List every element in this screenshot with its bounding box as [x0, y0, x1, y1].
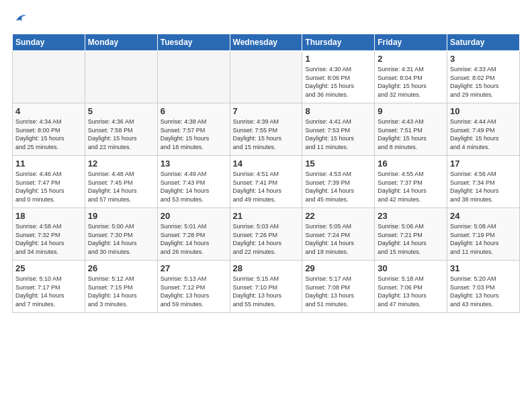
day-number: 3 — [450, 54, 517, 64]
calendar-cell: 7Sunrise: 4:39 AM Sunset: 7:55 PM Daylig… — [230, 103, 302, 156]
day-info: Sunrise: 5:00 AM Sunset: 7:30 PM Dayligh… — [88, 222, 154, 256]
day-number: 20 — [161, 211, 227, 221]
calendar-cell: 4Sunrise: 4:34 AM Sunset: 8:00 PM Daylig… — [13, 103, 85, 156]
day-number: 27 — [161, 263, 227, 273]
day-number: 7 — [233, 106, 300, 116]
calendar-cell: 17Sunrise: 4:56 AM Sunset: 7:34 PM Dayli… — [447, 156, 520, 208]
calendar-cell — [13, 51, 85, 103]
day-number: 6 — [161, 106, 227, 116]
calendar-cell: 27Sunrise: 5:13 AM Sunset: 7:12 PM Dayli… — [157, 261, 230, 313]
day-info: Sunrise: 4:53 AM Sunset: 7:39 PM Dayligh… — [305, 170, 371, 203]
day-number: 16 — [378, 158, 444, 169]
day-number: 19 — [88, 211, 154, 221]
calendar-cell: 1Sunrise: 4:30 AM Sunset: 8:06 PM Daylig… — [302, 51, 375, 103]
day-info: Sunrise: 4:38 AM Sunset: 7:57 PM Dayligh… — [161, 118, 227, 151]
calendar-cell — [85, 51, 157, 103]
calendar-cell: 23Sunrise: 5:06 AM Sunset: 7:21 PM Dayli… — [375, 208, 447, 261]
day-number: 12 — [88, 158, 154, 169]
day-header-wednesday: Wednesday — [230, 34, 302, 51]
calendar-cell: 22Sunrise: 5:05 AM Sunset: 7:24 PM Dayli… — [302, 208, 375, 261]
calendar-cell: 18Sunrise: 4:58 AM Sunset: 7:32 PM Dayli… — [13, 208, 85, 261]
calendar-cell: 30Sunrise: 5:18 AM Sunset: 7:06 PM Dayli… — [375, 261, 447, 313]
calendar-cell: 20Sunrise: 5:01 AM Sunset: 7:28 PM Dayli… — [157, 208, 230, 261]
calendar-cell — [157, 51, 230, 103]
day-info: Sunrise: 4:46 AM Sunset: 7:47 PM Dayligh… — [15, 170, 82, 203]
day-info: Sunrise: 4:30 AM Sunset: 8:06 PM Dayligh… — [305, 65, 371, 99]
logo-bird-icon — [12, 12, 27, 27]
day-info: Sunrise: 5:15 AM Sunset: 7:10 PM Dayligh… — [233, 275, 300, 308]
week-row-1: 1Sunrise: 4:30 AM Sunset: 8:06 PM Daylig… — [13, 51, 520, 103]
calendar-cell: 25Sunrise: 5:10 AM Sunset: 7:17 PM Dayli… — [13, 261, 85, 313]
day-header-saturday: Saturday — [447, 34, 520, 51]
calendar-page: SundayMondayTuesdayWednesdayThursdayFrid… — [0, 0, 532, 320]
day-number: 2 — [378, 54, 444, 64]
day-info: Sunrise: 4:48 AM Sunset: 7:45 PM Dayligh… — [88, 170, 154, 203]
calendar-cell: 10Sunrise: 4:44 AM Sunset: 7:49 PM Dayli… — [447, 103, 520, 156]
day-info: Sunrise: 5:17 AM Sunset: 7:08 PM Dayligh… — [305, 275, 371, 308]
day-info: Sunrise: 4:51 AM Sunset: 7:41 PM Dayligh… — [233, 170, 300, 203]
day-header-friday: Friday — [375, 34, 447, 51]
day-number: 17 — [450, 158, 517, 169]
day-number: 1 — [305, 54, 371, 64]
week-row-5: 25Sunrise: 5:10 AM Sunset: 7:17 PM Dayli… — [13, 261, 520, 313]
day-info: Sunrise: 5:03 AM Sunset: 7:26 PM Dayligh… — [233, 222, 300, 256]
day-header-sunday: Sunday — [13, 34, 85, 51]
calendar-cell: 6Sunrise: 4:38 AM Sunset: 7:57 PM Daylig… — [157, 103, 230, 156]
calendar-cell: 9Sunrise: 4:43 AM Sunset: 7:51 PM Daylig… — [375, 103, 447, 156]
calendar-cell: 29Sunrise: 5:17 AM Sunset: 7:08 PM Dayli… — [302, 261, 375, 313]
day-number: 8 — [305, 106, 371, 116]
header — [12, 12, 520, 27]
day-info: Sunrise: 4:43 AM Sunset: 7:51 PM Dayligh… — [378, 118, 444, 151]
day-number: 21 — [233, 211, 300, 221]
calendar-cell: 21Sunrise: 5:03 AM Sunset: 7:26 PM Dayli… — [230, 208, 302, 261]
day-info: Sunrise: 4:36 AM Sunset: 7:58 PM Dayligh… — [88, 118, 154, 151]
day-info: Sunrise: 5:12 AM Sunset: 7:15 PM Dayligh… — [88, 275, 154, 308]
day-info: Sunrise: 5:18 AM Sunset: 7:06 PM Dayligh… — [378, 275, 444, 308]
day-number: 9 — [378, 106, 444, 116]
day-number: 4 — [15, 106, 82, 116]
day-header-monday: Monday — [85, 34, 157, 51]
week-row-2: 4Sunrise: 4:34 AM Sunset: 8:00 PM Daylig… — [13, 103, 520, 156]
day-info: Sunrise: 5:05 AM Sunset: 7:24 PM Dayligh… — [305, 222, 371, 256]
day-number: 23 — [378, 211, 444, 221]
day-info: Sunrise: 5:10 AM Sunset: 7:17 PM Dayligh… — [15, 275, 82, 308]
day-number: 18 — [15, 211, 82, 221]
logo — [12, 12, 30, 27]
calendar-body: 1Sunrise: 4:30 AM Sunset: 8:06 PM Daylig… — [13, 51, 520, 313]
day-number: 28 — [233, 263, 300, 273]
day-number: 29 — [305, 263, 371, 273]
calendar-cell: 3Sunrise: 4:33 AM Sunset: 8:02 PM Daylig… — [447, 51, 520, 103]
day-info: Sunrise: 4:55 AM Sunset: 7:37 PM Dayligh… — [378, 170, 444, 203]
week-row-4: 18Sunrise: 4:58 AM Sunset: 7:32 PM Dayli… — [13, 208, 520, 261]
day-number: 30 — [378, 263, 444, 273]
calendar-cell: 14Sunrise: 4:51 AM Sunset: 7:41 PM Dayli… — [230, 156, 302, 208]
day-info: Sunrise: 4:58 AM Sunset: 7:32 PM Dayligh… — [15, 222, 82, 256]
calendar-cell: 5Sunrise: 4:36 AM Sunset: 7:58 PM Daylig… — [85, 103, 157, 156]
day-info: Sunrise: 4:31 AM Sunset: 8:04 PM Dayligh… — [378, 65, 444, 99]
day-info: Sunrise: 4:33 AM Sunset: 8:02 PM Dayligh… — [450, 65, 517, 99]
day-header-thursday: Thursday — [302, 34, 375, 51]
day-number: 5 — [88, 106, 154, 116]
calendar-cell: 11Sunrise: 4:46 AM Sunset: 7:47 PM Dayli… — [13, 156, 85, 208]
calendar-cell: 24Sunrise: 5:08 AM Sunset: 7:19 PM Dayli… — [447, 208, 520, 261]
header-row: SundayMondayTuesdayWednesdayThursdayFrid… — [13, 34, 520, 51]
day-number: 31 — [450, 263, 517, 273]
calendar-cell — [230, 51, 302, 103]
day-number: 24 — [450, 211, 517, 221]
calendar-cell: 19Sunrise: 5:00 AM Sunset: 7:30 PM Dayli… — [85, 208, 157, 261]
day-info: Sunrise: 4:34 AM Sunset: 8:00 PM Dayligh… — [15, 118, 82, 151]
calendar-cell: 15Sunrise: 4:53 AM Sunset: 7:39 PM Dayli… — [302, 156, 375, 208]
day-number: 22 — [305, 211, 371, 221]
day-info: Sunrise: 4:56 AM Sunset: 7:34 PM Dayligh… — [450, 170, 517, 203]
day-number: 25 — [15, 263, 82, 273]
calendar-cell: 8Sunrise: 4:41 AM Sunset: 7:53 PM Daylig… — [302, 103, 375, 156]
day-info: Sunrise: 5:20 AM Sunset: 7:03 PM Dayligh… — [450, 275, 517, 308]
day-info: Sunrise: 4:39 AM Sunset: 7:55 PM Dayligh… — [233, 118, 300, 151]
day-number: 14 — [233, 158, 300, 169]
day-number: 26 — [88, 263, 154, 273]
day-info: Sunrise: 4:49 AM Sunset: 7:43 PM Dayligh… — [161, 170, 227, 203]
day-number: 11 — [15, 158, 82, 169]
calendar-cell: 13Sunrise: 4:49 AM Sunset: 7:43 PM Dayli… — [157, 156, 230, 208]
day-info: Sunrise: 5:13 AM Sunset: 7:12 PM Dayligh… — [161, 275, 227, 308]
calendar-cell: 16Sunrise: 4:55 AM Sunset: 7:37 PM Dayli… — [375, 156, 447, 208]
